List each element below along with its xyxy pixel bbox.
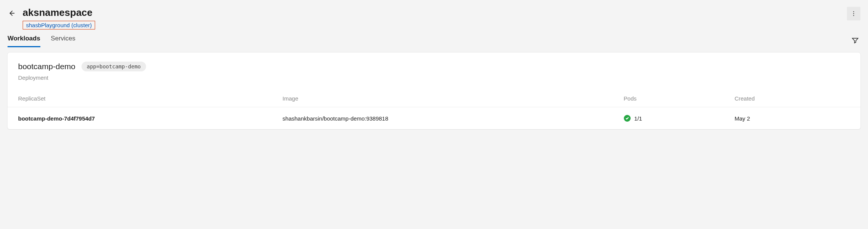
replicaset-table: ReplicaSet Image Pods Created bootcamp-d… — [8, 90, 860, 129]
col-header-image: Image — [272, 90, 613, 107]
workload-card: bootcamp-demo app=bootcamp-demo Deployme… — [8, 53, 860, 129]
status-ok-icon — [624, 115, 631, 122]
kebab-icon — [851, 11, 857, 17]
col-header-pods: Pods — [613, 90, 724, 107]
workload-label-tag: app=bootcamp-demo — [82, 62, 146, 71]
page-title: aksnamespace — [23, 7, 95, 19]
tab-workloads[interactable]: Workloads — [8, 35, 40, 47]
col-header-created: Created — [724, 90, 860, 107]
workload-kind: Deployment — [18, 74, 850, 81]
svg-point-1 — [853, 13, 854, 14]
workload-name: bootcamp-demo — [18, 62, 75, 71]
tab-services[interactable]: Services — [51, 35, 75, 47]
more-actions-button[interactable] — [847, 7, 860, 20]
cell-replicaset: bootcamp-demo-7d4f7954d7 — [8, 107, 272, 130]
svg-point-0 — [853, 11, 854, 12]
svg-point-2 — [853, 15, 854, 16]
cluster-link-highlight: shasbPlayground (cluster) — [23, 21, 95, 29]
tab-bar: Workloads Services — [8, 35, 75, 47]
filter-button[interactable] — [850, 35, 860, 47]
cell-pods: 1/1 — [634, 115, 642, 122]
col-header-replicaset: ReplicaSet — [8, 90, 272, 107]
table-row[interactable]: bootcamp-demo-7d4f7954d7 shashankbarsin/… — [8, 107, 860, 130]
cell-created: May 2 — [724, 107, 860, 130]
cell-image: shashankbarsin/bootcamp-demo:9389818 — [272, 107, 613, 130]
cluster-link[interactable]: shasbPlayground (cluster) — [26, 22, 92, 28]
back-button[interactable] — [8, 9, 16, 19]
filter-icon — [851, 37, 859, 44]
